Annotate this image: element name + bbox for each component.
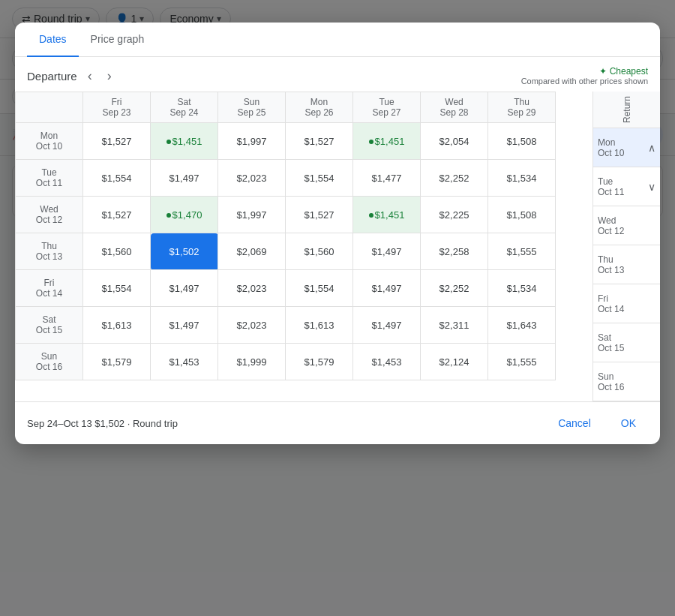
cheapest-dot-icon: ✦ — [599, 66, 607, 77]
table-row: SatOct 15$1,613$1,497$2,023$1,613$1,497$… — [16, 307, 556, 344]
price-cell[interactable]: $1,527 — [83, 197, 151, 233]
price-cell[interactable]: $2,311 — [421, 307, 488, 344]
price-cell[interactable]: $1,997 — [218, 197, 286, 233]
footer-info: Sep 24–Oct 13 $1,502 · Round trip — [27, 418, 178, 429]
table-row: MonOct 10$1,527$1,451$1,997$1,527$1,451$… — [16, 123, 556, 160]
price-cell[interactable]: $2,069 — [218, 233, 286, 270]
price-cell[interactable]: $1,497 — [151, 307, 218, 344]
table-row: FriOct 14$1,554$1,497$2,023$1,554$1,497$… — [16, 270, 556, 307]
price-cell[interactable]: $2,023 — [218, 160, 286, 197]
price-cell[interactable]: $1,453 — [151, 344, 218, 380]
return-row-item[interactable]: SunOct 16 — [593, 362, 660, 401]
row-label-cell: TueOct 11 — [16, 160, 83, 197]
price-cell[interactable]: $1,555 — [488, 233, 556, 270]
price-cell[interactable]: $1,527 — [286, 123, 353, 160]
price-cell[interactable]: $1,527 — [286, 197, 353, 233]
departure-section: Departure ‹ › — [27, 67, 116, 86]
footer-actions: Cancel OK — [546, 411, 648, 435]
return-row-item[interactable]: SatOct 15 — [593, 323, 660, 362]
cheapest-text: Cheapest — [610, 66, 648, 77]
price-cell[interactable]: $1,451 — [353, 197, 421, 233]
return-row-item[interactable]: WedOct 12 — [593, 206, 660, 245]
price-cell[interactable]: $1,643 — [488, 307, 556, 344]
price-cell[interactable]: $1,579 — [286, 344, 353, 380]
expand-arrow-icon: ∨ — [648, 181, 656, 193]
modal-footer: Sep 24–Oct 13 $1,502 · Round trip Cancel… — [15, 401, 660, 444]
price-cell[interactable]: $2,258 — [421, 233, 488, 270]
price-cell[interactable]: $1,613 — [83, 307, 151, 344]
price-cell[interactable]: $1,470 — [151, 197, 218, 233]
price-cell[interactable]: $1,554 — [83, 160, 151, 197]
price-cell[interactable]: $1,534 — [488, 160, 556, 197]
price-cell[interactable]: $1,508 — [488, 123, 556, 160]
col-header: WedSep 28 — [421, 92, 488, 123]
row-label-cell: WedOct 12 — [16, 197, 83, 233]
price-cell[interactable]: $1,497 — [353, 307, 421, 344]
price-cell[interactable]: $1,554 — [286, 160, 353, 197]
modal-overlay: Dates Price graph Departure ‹ › ✦ Cheape… — [0, 0, 675, 616]
col-header: ThuSep 29 — [488, 92, 556, 123]
price-cell[interactable]: $1,554 — [286, 270, 353, 307]
table-row: TueOct 11$1,554$1,497$2,023$1,554$1,477$… — [16, 160, 556, 197]
price-cell[interactable]: $1,497 — [151, 160, 218, 197]
price-cell[interactable]: $1,534 — [488, 270, 556, 307]
row-label-cell: SatOct 15 — [16, 307, 83, 344]
price-cell[interactable]: $1,497 — [353, 233, 421, 270]
return-row-item[interactable]: FriOct 14 — [593, 284, 660, 323]
date-picker-modal: Dates Price graph Departure ‹ › ✦ Cheape… — [15, 23, 660, 444]
departure-prev-button[interactable]: ‹ — [83, 67, 97, 86]
price-cell[interactable]: $2,252 — [421, 270, 488, 307]
price-cell[interactable]: $1,560 — [83, 233, 151, 270]
price-cell[interactable]: $1,579 — [83, 344, 151, 380]
price-cell[interactable]: $1,508 — [488, 197, 556, 233]
price-cell[interactable]: $1,554 — [83, 270, 151, 307]
departure-header: Departure ‹ › ✦ Cheapest Compared with o… — [15, 57, 660, 92]
price-cell[interactable]: $1,560 — [286, 233, 353, 270]
col-header: SatSep 24 — [151, 92, 218, 123]
ok-button[interactable]: OK — [609, 411, 648, 435]
price-cell[interactable]: $1,997 — [218, 123, 286, 160]
col-header: TueSep 27 — [353, 92, 421, 123]
modal-body: Departure ‹ › ✦ Cheapest Compared with o… — [15, 57, 660, 401]
price-cell[interactable]: $1,453 — [353, 344, 421, 380]
col-header: SunSep 25 — [218, 92, 286, 123]
price-cell[interactable]: $1,497 — [151, 270, 218, 307]
return-row-item[interactable]: TueOct 11 ∨ — [593, 167, 660, 206]
cheapest-dot-icon — [369, 213, 374, 218]
tab-dates[interactable]: Dates — [27, 23, 79, 57]
modal-tabs: Dates Price graph — [15, 23, 660, 57]
return-date: ThuOct 13 — [598, 254, 624, 275]
price-cell[interactable]: $2,023 — [218, 270, 286, 307]
price-cell[interactable]: $1,502 — [151, 233, 218, 270]
cancel-button[interactable]: Cancel — [546, 411, 603, 435]
return-date: SatOct 15 — [598, 332, 624, 353]
price-cell[interactable]: $2,225 — [421, 197, 488, 233]
price-cell[interactable]: $1,613 — [286, 307, 353, 344]
price-table: FriSep 23SatSep 24SunSep 25MonSep 26TueS… — [15, 92, 556, 380]
return-row-item[interactable]: MonOct 10 ∧ — [593, 128, 660, 167]
col-header: FriSep 23 — [83, 92, 151, 123]
table-row: ThuOct 13$1,560$1,502$2,069$1,560$1,497$… — [16, 233, 556, 270]
cheapest-legend: ✦ Cheapest Compared with other prices sh… — [521, 66, 648, 86]
compared-text: Compared with other prices shown — [521, 77, 648, 86]
corner-cell — [16, 92, 83, 123]
departure-next-button[interactable]: › — [103, 67, 116, 86]
price-cell[interactable]: $1,999 — [218, 344, 286, 380]
price-cell[interactable]: $2,023 — [218, 307, 286, 344]
price-cell[interactable]: $1,555 — [488, 344, 556, 380]
cheapest-dot-icon — [166, 213, 171, 218]
price-cell[interactable]: $1,451 — [151, 123, 218, 160]
price-cell[interactable]: $2,252 — [421, 160, 488, 197]
price-cell[interactable]: $2,124 — [421, 344, 488, 380]
price-cell[interactable]: $1,527 — [83, 123, 151, 160]
price-cell[interactable]: $1,497 — [353, 270, 421, 307]
price-cell[interactable]: $1,451 — [353, 123, 421, 160]
return-row-item[interactable]: ThuOct 13 — [593, 245, 660, 284]
price-cell[interactable]: $2,054 — [421, 123, 488, 160]
tab-price-graph[interactable]: Price graph — [79, 23, 157, 57]
return-date: TueOct 11 — [598, 176, 624, 197]
return-date: WedOct 12 — [598, 215, 624, 236]
price-cell[interactable]: $1,477 — [353, 160, 421, 197]
return-rows: MonOct 10 ∧ TueOct 11 ∨ WedOct 12 ThuOct… — [593, 128, 660, 401]
row-label-cell: ThuOct 13 — [16, 233, 83, 270]
